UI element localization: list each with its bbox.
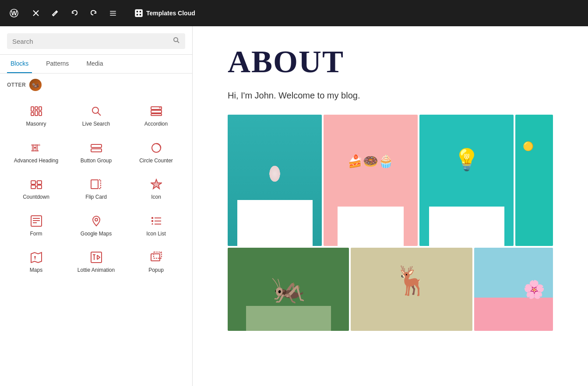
block-live-search[interactable]: Live Search [67, 98, 125, 133]
svg-rect-17 [39, 107, 42, 110]
svg-rect-11 [136, 14, 138, 16]
page-title: ABOUT [228, 44, 553, 80]
icon-block-icon [151, 178, 162, 190]
blocks-grid-container: Masonry Live Search [0, 95, 192, 386]
google-maps-label: Google Maps [81, 231, 112, 238]
wp-logo[interactable]: W [5, 4, 23, 22]
canvas: ABOUT Hi, I'm John. Welcome to my blog. [193, 26, 588, 386]
edit-button[interactable] [47, 5, 63, 21]
svg-rect-56 [151, 254, 160, 261]
icon-list-label: Icon List [146, 231, 166, 238]
tab-patterns[interactable]: Patterns [42, 55, 72, 73]
popup-label: Popup [148, 267, 164, 274]
svg-point-52 [34, 256, 36, 258]
google-maps-icon [91, 215, 102, 227]
search-input[interactable] [12, 38, 169, 45]
svg-rect-15 [31, 107, 34, 111]
svg-rect-16 [35, 107, 38, 109]
svg-rect-10 [139, 11, 141, 13]
maps-icon [31, 251, 42, 263]
svg-text:W: W [11, 10, 17, 17]
block-circle-counter[interactable]: Circle Counter [127, 135, 185, 170]
templates-cloud-button[interactable]: Templates Cloud [128, 6, 202, 21]
lottie-animation-icon [91, 251, 102, 263]
svg-line-4 [56, 12, 56, 13]
menu-button[interactable] [105, 5, 121, 21]
block-accordion[interactable]: Accordion [127, 98, 185, 133]
blocks-grid: Masonry Live Search [7, 98, 185, 279]
sidebar: Blocks Patterns Media OTTER 🦦 [0, 26, 193, 386]
svg-rect-12 [139, 14, 141, 16]
block-advanced-heading[interactable]: H + Advanced Heading [7, 135, 65, 170]
accordion-icon [151, 105, 162, 117]
photo-green-insect [228, 248, 349, 331]
button-group-label: Button Group [81, 158, 112, 165]
tab-blocks[interactable]: Blocks [7, 55, 32, 73]
photo-blue-pink [474, 248, 553, 331]
accordion-label: Accordion [144, 121, 168, 128]
svg-rect-33 [37, 181, 42, 184]
live-search-icon [91, 105, 102, 117]
svg-rect-32 [31, 181, 35, 184]
otter-avatar: 🦦 [29, 79, 42, 91]
popup-icon [151, 251, 162, 263]
svg-rect-29 [91, 144, 102, 147]
svg-rect-19 [31, 112, 34, 116]
block-google-maps[interactable]: Google Maps [67, 208, 125, 243]
photo-grid-row1 [228, 115, 553, 246]
svg-rect-18 [35, 111, 38, 116]
icon-label: Icon [151, 194, 161, 201]
block-popup[interactable]: Popup [127, 244, 185, 279]
photo-teal-stone [228, 115, 322, 246]
main-layout: Blocks Patterns Media OTTER 🦦 [0, 26, 588, 386]
svg-text:+: + [38, 143, 41, 147]
svg-rect-50 [151, 220, 153, 222]
photo-pink-cakes [324, 115, 418, 246]
block-flip-card[interactable]: Flip Card [67, 171, 125, 206]
masonry-label: Masonry [26, 121, 46, 128]
icon-list-icon [151, 215, 162, 227]
svg-rect-7 [110, 15, 116, 16]
block-masonry[interactable]: Masonry [7, 98, 65, 133]
svg-text:H: H [32, 143, 39, 153]
advanced-heading-label: Advanced Heading [14, 158, 58, 165]
svg-rect-9 [136, 11, 138, 13]
svg-point-13 [174, 38, 178, 42]
lottie-animation-label: Lottie Animation [77, 267, 115, 274]
svg-rect-38 [91, 180, 98, 189]
circle-counter-label: Circle Counter [139, 158, 173, 165]
intro-text: Hi, I'm John. Welcome to my blog. [228, 91, 553, 101]
redo-button[interactable] [86, 5, 102, 21]
photo-teal-bulb [419, 115, 514, 246]
search-container [7, 33, 185, 49]
block-maps[interactable]: Maps [7, 244, 65, 279]
form-label: Form [30, 231, 42, 238]
svg-rect-24 [151, 110, 162, 113]
block-form[interactable]: Form [7, 208, 65, 243]
search-icon [173, 37, 180, 46]
otter-text: OTTER [7, 82, 26, 88]
photo-teal-partial [515, 115, 553, 246]
button-group-icon [91, 142, 102, 154]
tab-media[interactable]: Media [83, 55, 106, 73]
svg-rect-34 [31, 185, 35, 189]
search-bar [0, 26, 192, 55]
countdown-label: Countdown [23, 194, 49, 201]
advanced-heading-icon: H + [31, 142, 42, 154]
templates-cloud-label: Templates Cloud [146, 10, 195, 17]
undo-button[interactable] [67, 5, 82, 21]
maps-label: Maps [30, 267, 42, 274]
circle-counter-icon [151, 142, 162, 154]
block-icon-list[interactable]: Icon List [127, 208, 185, 243]
block-button-group[interactable]: Button Group [67, 135, 125, 170]
block-lottie-animation[interactable]: Lottie Animation [67, 244, 125, 279]
svg-marker-51 [151, 223, 153, 225]
tabs: Blocks Patterns Media [0, 55, 192, 74]
photo-beige-deer [351, 248, 472, 331]
otter-section-label: OTTER 🦦 [0, 74, 192, 95]
block-countdown[interactable]: Countdown [7, 171, 65, 206]
svg-rect-25 [151, 114, 162, 116]
close-button[interactable] [28, 5, 44, 21]
block-icon[interactable]: Icon [127, 171, 185, 206]
svg-point-21 [92, 107, 99, 113]
